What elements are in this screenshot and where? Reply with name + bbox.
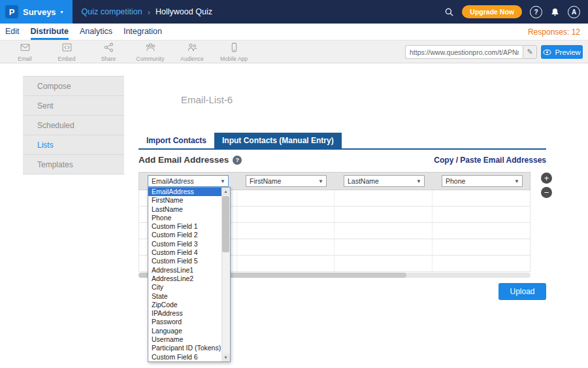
table-cell[interactable] [335,207,433,222]
tabs-underline [139,148,546,150]
dropdown-option[interactable]: Custom Field 6 [148,353,221,361]
questionpro-logo: P [5,5,18,18]
copy-paste-link[interactable]: Copy / Paste Email Addresses [434,156,546,165]
dropdown-option[interactable]: ZipCode [148,301,221,309]
help-icon[interactable]: ? [233,156,242,165]
preview-button[interactable]: Preview [541,45,583,59]
distribute-toolbar: Email Embed Share Community Audience Mob… [0,41,588,63]
table-cell[interactable] [433,223,531,239]
dropdown-option[interactable]: AddressLine1 [148,266,221,275]
sidebar-item-scheduled[interactable]: Scheduled [23,116,124,135]
chevron-down-icon: ▼ [220,178,225,184]
dropdown-option[interactable]: Custom Field 3 [148,240,221,248]
eye-icon [543,49,551,56]
surveys-menu[interactable]: P Surveys ▾ [0,0,73,24]
dropdown-option[interactable]: LastName [148,205,221,214]
help-icon[interactable]: ? [530,6,542,18]
column-select-last-name[interactable]: LastName ▼ [344,175,425,187]
page-title: Email-List-6 [181,94,233,105]
table-cell[interactable] [433,207,531,222]
breadcrumb-separator-icon: › [148,7,150,17]
table-cell[interactable] [335,256,433,271]
edit-url-button[interactable]: ✎ [523,45,537,59]
sidebar-item-templates[interactable]: Templates [23,155,124,175]
column-select-email-address[interactable]: EmailAddress ▼ [148,175,229,187]
tab-input-contacts-manual[interactable]: Input Contacts (Manual Entry) [214,133,342,148]
upload-button[interactable]: Upload [498,283,546,300]
dropdown-option[interactable]: Password [148,318,221,326]
table-cell[interactable] [237,256,335,271]
dropdown-option[interactable]: Custom Field 4 [148,248,221,257]
nav-tab-integration[interactable]: Integration [123,24,162,40]
scrollbar-thumb[interactable] [222,196,229,252]
section-title: Add Email Addresses [139,155,229,165]
nav-tab-analytics[interactable]: Analytics [80,24,112,40]
table-cell[interactable] [433,256,531,271]
upgrade-now-button[interactable]: Upgrade Now [462,5,522,18]
table-cell[interactable] [237,223,335,239]
toolbar-item-email[interactable]: Email [4,42,46,62]
dropdown-option[interactable]: FirstName [148,196,221,205]
scroll-up-icon[interactable]: ▲ [221,188,230,195]
dropdown-option[interactable]: City [148,283,221,292]
table-cell[interactable] [237,207,335,222]
remove-row-button[interactable]: − [541,187,552,198]
toolbar-item-community[interactable]: Community [129,42,171,62]
dropdown-option[interactable]: Custom Field 2 [148,231,221,239]
dropdown-option[interactable]: Custom Field 5 [148,257,221,265]
chevron-down-icon: ▼ [514,178,519,184]
dropdown-option[interactable]: Participant ID (Tokens) [148,344,221,352]
add-row-button[interactable]: + [541,173,552,184]
column-select-first-name[interactable]: FirstName ▼ [246,175,327,187]
table-cell[interactable] [335,239,433,255]
sidebar-item-lists[interactable]: Lists [23,135,124,155]
toolbar-item-embed[interactable]: Embed [46,42,88,62]
dropdown-option[interactable]: State [148,292,221,301]
breadcrumb-parent[interactable]: Quiz competition [82,7,142,16]
dropdown-options: EmailAddress FirstName LastName Phone Cu… [148,188,221,361]
dropdown-option[interactable]: Custom Field 1 [148,222,221,231]
dropdown-option[interactable]: EmailAddress [148,188,221,196]
nav-tab-distribute[interactable]: Distribute [31,24,69,40]
table-cell[interactable] [433,239,531,255]
table-cell[interactable] [335,190,433,206]
scroll-down-icon[interactable]: ▼ [221,354,230,361]
pencil-icon: ✎ [527,48,532,56]
responses-count[interactable]: Responses: 12 [528,27,580,37]
embed-icon [61,42,73,56]
nav-tab-edit[interactable]: Edit [5,24,20,40]
dropdown-option[interactable]: Username [148,335,221,344]
notifications-bell-icon[interactable] [550,7,560,17]
contact-tabs: Import Contacts Input Contacts (Manual E… [139,133,342,148]
dropdown-option[interactable]: AddressLine2 [148,275,221,283]
toolbar-item-label: Mobile App [220,56,248,62]
dropdown-option[interactable]: Phone [148,214,221,222]
table-cell[interactable] [237,190,335,206]
column-select-value: LastName [348,177,379,185]
toolbar-item-share[interactable]: Share [88,42,129,62]
survey-url-input[interactable] [405,45,523,59]
table-cell[interactable] [335,223,433,239]
dropdown-option[interactable]: Language [148,327,221,335]
column-select-value: Phone [446,177,465,185]
dropdown-option[interactable]: IPAddress [148,309,221,318]
table-cell[interactable] [433,190,531,206]
search-icon[interactable] [444,7,454,17]
email-icon [20,42,31,56]
plus-icon: + [544,174,549,182]
dropdown-scrollbar[interactable]: ▲ ▼ [221,188,230,361]
topbar: P Surveys ▾ Quiz competition › Hollywood… [0,0,588,24]
table-cell[interactable] [237,239,335,255]
sidebar-item-sent[interactable]: Sent [23,96,124,116]
community-icon [145,42,156,56]
chevron-down-icon: ▾ [61,9,63,15]
column-select-phone[interactable]: Phone ▼ [442,175,523,187]
toolbar-item-mobile-app[interactable]: Mobile App [213,42,255,62]
tab-import-contacts[interactable]: Import Contacts [139,133,214,148]
chevron-down-icon: ▼ [318,178,323,184]
toolbar-item-audience[interactable]: Audience [171,42,213,62]
sidebar-item-compose[interactable]: Compose [23,76,124,96]
user-avatar[interactable]: A [568,6,580,18]
field-dropdown: EmailAddress FirstName LastName Phone Cu… [148,187,231,362]
toolbar-item-label: Share [101,56,116,62]
